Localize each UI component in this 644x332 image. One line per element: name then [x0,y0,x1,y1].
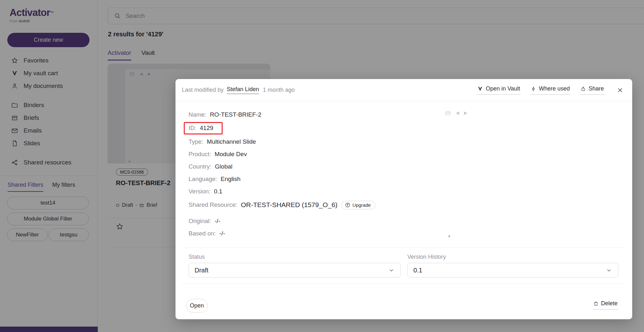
field-label: Shared Resource: [189,201,237,208]
modal-header-actions: Open in Vault Where used Share [477,85,624,95]
vault-icon [477,86,483,91]
upgrade-arrow-icon [345,202,350,208]
last-modified-time: 1 month ago [263,87,295,93]
prev-slide-icon[interactable]: ◀ [456,110,459,115]
modal-divider [182,284,625,284]
field-label: Product: [189,151,211,158]
field-value: 4129 [200,125,213,132]
version-history-value: 0.1 [413,267,422,274]
chevron-down-icon [606,267,612,273]
field-row-product: Product: Module Dev [189,148,376,160]
open-button[interactable]: Open [186,299,208,313]
export-slide-icon[interactable] [445,111,451,115]
last-modified-user-link[interactable]: Stefan Liden [227,86,259,94]
share-export-icon [581,86,586,92]
field-row-original: Original: -/- [189,215,376,227]
field-label: Country: [189,163,211,170]
field-label: Based on: [189,230,216,237]
field-value: Multichannel Slide [207,138,256,145]
upgrade-label: Upgrade [353,202,371,208]
document-details-modal: Last modified by Stefan Liden 1 month ag… [175,79,632,319]
field-label: Original: [189,218,211,225]
field-label: Version: [189,188,211,195]
upgrade-button[interactable]: Upgrade [341,201,376,209]
chevron-down-icon [388,267,395,273]
field-row-language: Language: English [189,173,376,185]
share-label: Share [589,85,604,92]
field-value: -/- [215,218,220,225]
version-history-select[interactable]: 0.1 [407,263,618,278]
field-value: RO-TEST-BRIEF-2 [210,111,261,118]
field-value: 0.1 [214,188,222,195]
field-row-type: Type: Multichannel Slide [189,135,376,148]
lightning-icon [531,86,536,92]
preview-resize-icon[interactable]: ▲ [447,233,451,238]
field-value: Global [215,163,233,170]
version-history-label: Version History [407,254,446,260]
status-value: Draft [195,267,208,274]
field-row-based-on: Based on: -/- [189,227,376,240]
open-in-vault-button[interactable]: Open in Vault [477,85,521,95]
delete-label: Delete [601,300,618,307]
field-label: Type: [189,138,203,145]
close-icon[interactable] [617,87,624,94]
field-row-country: Country: Global [189,160,376,173]
status-select[interactable]: Draft [189,263,401,278]
field-value: English [221,176,240,183]
open-in-vault-label: Open in Vault [486,85,520,92]
next-slide-icon[interactable]: ▶ [464,110,468,115]
field-value: OR-TEST-SHARED (1579_O_6) [241,201,337,209]
field-label: Language: [189,176,217,183]
field-label: Name: [189,111,206,118]
app-root: Activator™ From Anthill Create new Favor… [0,0,644,332]
share-button[interactable]: Share [580,85,605,95]
where-used-button[interactable]: Where used [530,85,570,95]
trash-icon [593,301,598,307]
modal-header: Last modified by Stefan Liden 1 month ag… [175,79,632,101]
id-highlight-box: ID: 4129 [184,122,223,134]
field-row-shared-resource: Shared Resource: OR-TEST-SHARED (1579_O_… [189,198,376,212]
field-value: Module Dev [215,151,247,158]
field-value: -/- [219,230,225,237]
where-used-label: Where used [539,85,570,92]
status-label: Status [189,254,205,260]
modal-divider [182,248,625,248]
modal-body: Name: RO-TEST-BRIEF-2 ID: 4129 Type: Mul… [189,108,376,240]
field-row-name: Name: RO-TEST-BRIEF-2 [189,108,376,121]
field-label: ID: [189,125,196,132]
field-row-version: Version: 0.1 [189,185,376,198]
modal-slide-nav: ◀ ▶ [445,110,468,115]
delete-button[interactable]: Delete [593,300,618,310]
field-row-id: ID: 4129 [189,121,376,135]
last-modified-label: Last modified by [182,87,224,93]
